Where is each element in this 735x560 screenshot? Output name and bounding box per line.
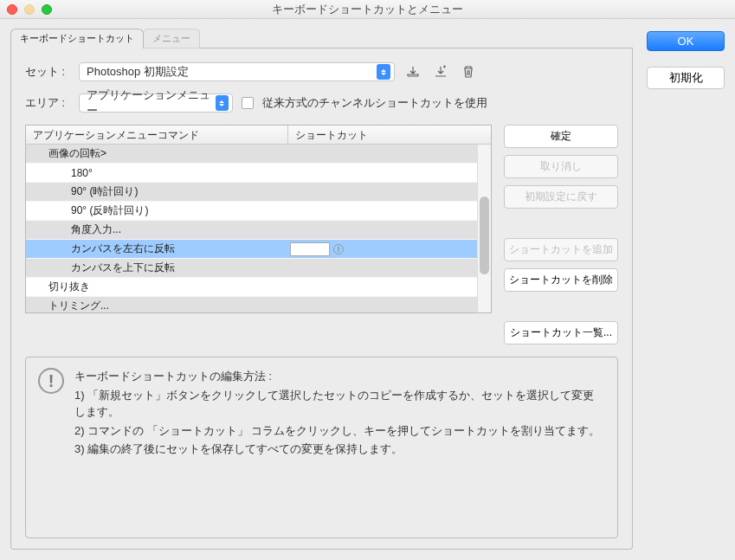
titlebar: キーボードショートカットとメニュー	[0, 0, 735, 19]
tab-bar: キーボードショートカット メニュー	[10, 28, 633, 48]
default-button: 初期設定に戻す	[504, 185, 618, 209]
table-row[interactable]: 角度入力...	[26, 221, 491, 240]
confirm-button[interactable]: 確定	[504, 125, 618, 148]
row-label: トリミング...	[26, 299, 288, 312]
help-line-2: 2) コマンドの 「ショートカット」 コラムをクリックし、キーを押してショートカ…	[74, 422, 605, 440]
row-label: 角度入力...	[26, 222, 288, 237]
add-shortcut-button: ショートカットを追加	[504, 238, 618, 261]
row-shortcut-cell[interactable]: !	[288, 242, 491, 256]
table-row[interactable]: カンバスを左右に反転!	[26, 240, 491, 259]
delete-set-icon[interactable]	[459, 63, 478, 80]
row-label: 画像の回転>	[26, 146, 288, 161]
delete-shortcut-button[interactable]: ショートカットを削除	[504, 268, 618, 292]
area-label: エリア :	[25, 95, 70, 111]
tab-shortcuts[interactable]: キーボードショートカット	[10, 29, 144, 48]
set-select[interactable]: Photoshop 初期設定	[79, 62, 395, 81]
shortcut-input[interactable]	[290, 242, 330, 256]
legacy-checkbox[interactable]	[242, 97, 254, 109]
set-label: セット :	[25, 64, 70, 80]
row-label: カンバスを上下に反転	[26, 261, 288, 275]
new-set-icon[interactable]	[431, 63, 450, 80]
help-title: キーボードショートカットの編集方法 :	[74, 368, 605, 385]
tab-menus[interactable]: メニュー	[143, 29, 200, 48]
legacy-checkbox-label: 従来方式のチャンネルショートカットを使用	[262, 95, 487, 111]
area-value: アプリケーションメニュー	[87, 87, 216, 119]
table-row[interactable]: 画像の回転>	[26, 145, 491, 164]
shortcut-table: アプリケーションメニューコマンド ショートカット 画像の回転>180°90° (…	[25, 125, 492, 313]
help-panel: ! キーボードショートカットの編集方法 : 1) 「新規セット」ボタンをクリック…	[25, 357, 618, 538]
table-row[interactable]: 180°	[26, 164, 491, 183]
table-row[interactable]: 切り抜き	[26, 278, 491, 297]
table-row[interactable]: カンバスを上下に反転	[26, 259, 491, 278]
row-label: 切り抜き	[26, 280, 288, 294]
help-line-3: 3) 編集の終了後にセットを保存してすべての変更を保持します。	[74, 441, 605, 458]
col-command[interactable]: アプリケーションメニューコマンド	[26, 126, 288, 144]
window-title: キーボードショートカットとメニュー	[0, 2, 735, 17]
ok-button[interactable]: OK	[647, 31, 725, 51]
set-value: Photoshop 初期設定	[87, 64, 189, 80]
save-set-icon[interactable]	[403, 63, 422, 80]
area-select[interactable]: アプリケーションメニュー	[79, 93, 233, 113]
scroll-thumb[interactable]	[480, 196, 489, 274]
undo-button: 取り消し	[504, 155, 618, 178]
chevron-updown-icon	[216, 95, 229, 111]
chevron-updown-icon	[377, 64, 390, 80]
row-label: カンバスを左右に反転	[26, 241, 288, 256]
help-line-1: 1) 「新規セット」ボタンをクリックして選択したセットのコピーを作成するか、セッ…	[74, 387, 605, 421]
info-icon: !	[38, 368, 64, 394]
row-label: 180°	[26, 167, 288, 179]
shortcut-list-button[interactable]: ショートカット一覧...	[504, 321, 618, 344]
row-label: 90° (反時計回り)	[26, 203, 288, 218]
warning-icon: !	[333, 244, 344, 254]
reset-button[interactable]: 初期化	[647, 67, 725, 89]
row-label: 90° (時計回り)	[26, 184, 288, 199]
table-row[interactable]: 90° (反時計回り)	[26, 202, 491, 221]
col-shortcut[interactable]: ショートカット	[288, 126, 491, 144]
scrollbar[interactable]	[477, 145, 491, 312]
table-row[interactable]: トリミング...	[26, 297, 491, 312]
table-row[interactable]: 90° (時計回り)	[26, 183, 491, 202]
